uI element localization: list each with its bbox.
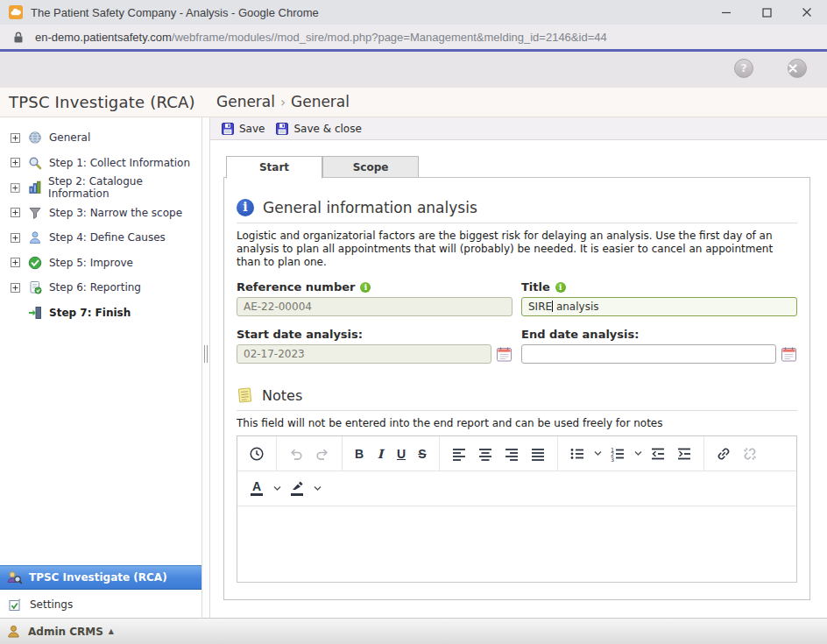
title-field[interactable]: SIRE analysis — [521, 297, 797, 316]
close-module-button[interactable] — [788, 59, 807, 78]
outdent-button[interactable] — [645, 441, 671, 467]
numbered-list-button[interactable]: 123 — [604, 441, 631, 467]
tab-start[interactable]: Start — [226, 156, 322, 179]
save-close-label: Save & close — [293, 123, 361, 135]
info-green-icon: i — [360, 282, 371, 293]
settings-label: Settings — [30, 598, 73, 611]
breadcrumb: General›General — [216, 93, 350, 110]
sidebar-item-step4[interactable]: Step 4: Define Causes — [0, 225, 201, 251]
align-center-icon — [477, 446, 493, 462]
user-icon — [7, 625, 20, 638]
sidebar-item-step7[interactable]: Step 7: Finish — [0, 301, 201, 326]
highlight-color-dropdown[interactable] — [310, 476, 324, 502]
site-favicon-icon — [9, 5, 23, 19]
sidebar-item-step2[interactable]: Step 2: Catalogue Information — [0, 175, 201, 201]
form-inputs-row-2: 02-17-2023 — [237, 344, 797, 364]
notes-header: Notes — [237, 386, 797, 404]
unlink-button[interactable] — [737, 441, 763, 467]
investigate-icon — [7, 570, 22, 585]
breadcrumb-current: General — [291, 93, 350, 110]
expand-icon[interactable] — [11, 283, 20, 293]
url-bar[interactable]: en-demo.patientsafety.com/webframe/modul… — [0, 25, 827, 49]
numbered-list-dropdown[interactable] — [631, 441, 645, 467]
bullet-list-icon — [569, 446, 585, 462]
divider — [237, 223, 797, 223]
undo-button[interactable] — [283, 441, 309, 467]
expand-icon[interactable] — [11, 258, 20, 267]
align-center-button[interactable] — [472, 441, 498, 467]
align-right-icon — [504, 446, 520, 462]
highlight-color-button[interactable] — [284, 476, 310, 502]
start-date-field[interactable]: 02-17-2023 — [237, 344, 491, 364]
minimize-button[interactable] — [706, 0, 746, 25]
sidebar-settings[interactable]: Settings — [0, 591, 201, 618]
section-header: i General information analysis — [237, 199, 797, 216]
expand-icon[interactable] — [11, 158, 20, 167]
sidebar-item-label: Step 5: Improve — [49, 257, 133, 269]
notes-title: Notes — [262, 387, 302, 404]
chevron-down-icon — [634, 450, 642, 456]
strikethrough-button[interactable]: S — [412, 441, 433, 467]
editor-toolbar-row-2: A — [237, 471, 796, 506]
sidebar-item-step5[interactable]: Step 5: Improve — [0, 251, 201, 276]
align-left-button[interactable] — [446, 441, 472, 467]
sidebar-splitter[interactable] — [201, 117, 210, 618]
indent-button[interactable] — [671, 441, 697, 467]
title-label: Title i — [521, 280, 797, 294]
italic-button[interactable]: I — [370, 441, 391, 467]
tab-scope[interactable]: Scope — [322, 156, 419, 178]
numbered-list-icon: 123 — [610, 446, 626, 462]
undo-icon — [288, 446, 304, 462]
user-bar[interactable]: Admin CRMS ▲ — [0, 618, 827, 644]
bullet-list-dropdown[interactable] — [590, 441, 604, 467]
align-right-button[interactable] — [498, 441, 525, 467]
close-button[interactable] — [787, 0, 827, 25]
save-close-button[interactable]: Save & close — [276, 123, 361, 135]
help-button[interactable]: ? — [734, 59, 753, 78]
bullet-list-button[interactable] — [564, 441, 590, 467]
sidebar-item-step3[interactable]: Step 3: Narrow the scope — [0, 201, 201, 226]
maximize-button[interactable] — [746, 0, 787, 25]
save-floppy-icon — [222, 123, 234, 135]
font-color-dropdown[interactable] — [270, 476, 284, 502]
calendar-icon[interactable] — [781, 347, 797, 362]
bold-button[interactable]: B — [349, 441, 370, 467]
redo-icon — [315, 446, 330, 462]
save-label: Save — [239, 123, 265, 135]
expand-icon[interactable] — [11, 133, 20, 143]
end-date-label: End date analysis: — [521, 328, 797, 341]
main-content: Save Save & close Start Scope i General … — [210, 117, 827, 618]
form-labels-row-1: Reference number i Title i — [237, 280, 797, 294]
sidebar-item-step6[interactable]: Step 6: Reporting — [0, 275, 201, 301]
report-document-icon — [28, 280, 42, 294]
sidebar-item-label: General — [49, 131, 90, 144]
expand-icon[interactable] — [11, 233, 20, 243]
history-button[interactable] — [244, 441, 270, 467]
sidebar: General Step 1: Collect Information Step… — [0, 117, 201, 618]
notes-icon — [237, 386, 254, 404]
bar-chart-icon — [28, 180, 41, 195]
justify-button[interactable] — [525, 441, 551, 467]
info-blue-icon: i — [237, 199, 254, 216]
section-title: General information analysis — [263, 199, 477, 216]
sidebar-item-general[interactable]: General — [0, 125, 201, 151]
sidebar-module-investigate[interactable]: TPSC Investigate (RCA) — [0, 565, 201, 590]
form-inputs-row-1: AE-22-00004 SIRE analysis — [237, 297, 797, 316]
expand-icon[interactable] — [11, 183, 20, 193]
sidebar-item-step1[interactable]: Step 1: Collect Information — [0, 151, 201, 176]
user-name: Admin CRMS — [28, 626, 103, 638]
reference-number-field[interactable]: AE-22-00004 — [237, 297, 512, 316]
link-button[interactable] — [710, 441, 737, 467]
underline-button[interactable]: U — [391, 441, 412, 467]
redo-button[interactable] — [309, 441, 336, 467]
font-color-button[interactable]: A — [244, 476, 270, 502]
end-date-field[interactable] — [521, 344, 776, 364]
save-button[interactable]: Save — [222, 123, 265, 135]
link-icon — [716, 446, 732, 462]
notes-editor-area[interactable] — [237, 506, 796, 582]
calendar-icon[interactable] — [497, 347, 512, 362]
url-path: /webframe/modules//mod_sire/mod.php?page… — [172, 31, 607, 44]
align-left-icon — [451, 446, 467, 462]
expand-icon[interactable] — [11, 208, 20, 217]
browser-window: The Patient Safety Company - Analysis - … — [0, 0, 827, 644]
